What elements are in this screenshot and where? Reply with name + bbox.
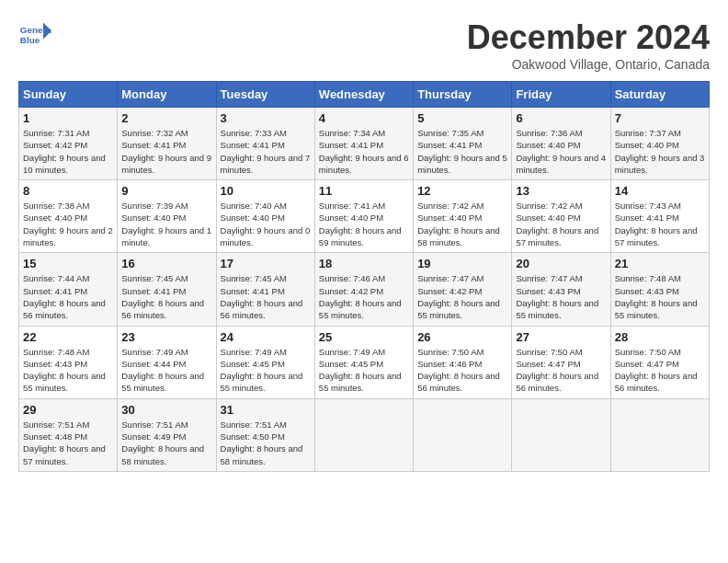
logo-icon: General Blue <box>18 18 51 52</box>
calendar-cell: 19Sunrise: 7:47 AM Sunset: 4:42 PM Dayli… <box>414 253 512 326</box>
day-number: 29 <box>23 403 113 417</box>
calendar-cell: 29Sunrise: 7:51 AM Sunset: 4:48 PM Dayli… <box>19 398 118 471</box>
day-number: 31 <box>221 403 311 417</box>
calendar-cell: 28Sunrise: 7:50 AM Sunset: 4:47 PM Dayli… <box>610 326 709 398</box>
day-detail: Sunrise: 7:42 AM Sunset: 4:40 PM Dayligh… <box>516 200 606 248</box>
calendar-cell <box>414 398 512 471</box>
calendar-cell: 17Sunrise: 7:45 AM Sunset: 4:41 PM Dayli… <box>216 253 314 326</box>
day-detail: Sunrise: 7:44 AM Sunset: 4:41 PM Dayligh… <box>23 272 113 321</box>
calendar-week-3: 15Sunrise: 7:44 AM Sunset: 4:41 PM Dayli… <box>19 253 710 326</box>
calendar-cell: 6Sunrise: 7:36 AM Sunset: 4:40 PM Daylig… <box>512 108 610 180</box>
calendar-cell: 18Sunrise: 7:46 AM Sunset: 4:42 PM Dayli… <box>314 253 413 326</box>
calendar-week-1: 1Sunrise: 7:31 AM Sunset: 4:42 PM Daylig… <box>19 108 710 180</box>
day-detail: Sunrise: 7:50 AM Sunset: 4:47 PM Dayligh… <box>615 346 705 395</box>
day-number: 7 <box>615 111 705 125</box>
calendar-cell: 4Sunrise: 7:34 AM Sunset: 4:41 PM Daylig… <box>314 108 413 180</box>
calendar-body: 1Sunrise: 7:31 AM Sunset: 4:42 PM Daylig… <box>19 108 710 472</box>
day-detail: Sunrise: 7:38 AM Sunset: 4:40 PM Dayligh… <box>23 200 113 248</box>
header-day-thursday: Thursday <box>414 82 512 108</box>
day-number: 28 <box>615 330 705 344</box>
day-number: 14 <box>615 184 705 198</box>
day-number: 27 <box>516 330 606 344</box>
day-detail: Sunrise: 7:33 AM Sunset: 4:41 PM Dayligh… <box>221 127 311 176</box>
day-detail: Sunrise: 7:49 AM Sunset: 4:45 PM Dayligh… <box>319 346 409 395</box>
day-number: 30 <box>121 403 211 417</box>
calendar-cell: 1Sunrise: 7:31 AM Sunset: 4:42 PM Daylig… <box>19 108 118 180</box>
calendar-cell: 11Sunrise: 7:41 AM Sunset: 4:40 PM Dayli… <box>314 180 413 253</box>
calendar-cell: 27Sunrise: 7:50 AM Sunset: 4:47 PM Dayli… <box>512 326 610 398</box>
calendar-cell <box>314 398 413 471</box>
calendar-cell: 25Sunrise: 7:49 AM Sunset: 4:45 PM Dayli… <box>314 326 413 398</box>
day-number: 10 <box>221 184 311 198</box>
day-detail: Sunrise: 7:36 AM Sunset: 4:40 PM Dayligh… <box>516 127 606 176</box>
calendar-cell: 7Sunrise: 7:37 AM Sunset: 4:40 PM Daylig… <box>610 108 709 180</box>
header-row: SundayMondayTuesdayWednesdayThursdayFrid… <box>19 82 710 108</box>
calendar-cell: 22Sunrise: 7:48 AM Sunset: 4:43 PM Dayli… <box>19 326 118 398</box>
day-detail: Sunrise: 7:45 AM Sunset: 4:41 PM Dayligh… <box>221 272 311 321</box>
header-day-wednesday: Wednesday <box>314 82 413 108</box>
day-number: 19 <box>417 257 507 270</box>
day-detail: Sunrise: 7:51 AM Sunset: 4:50 PM Dayligh… <box>221 419 311 467</box>
day-detail: Sunrise: 7:35 AM Sunset: 4:41 PM Dayligh… <box>417 127 507 176</box>
logo: General Blue <box>18 18 51 52</box>
calendar-week-5: 29Sunrise: 7:51 AM Sunset: 4:48 PM Dayli… <box>19 398 710 471</box>
day-detail: Sunrise: 7:40 AM Sunset: 4:40 PM Dayligh… <box>221 200 311 248</box>
svg-text:Blue: Blue <box>20 35 40 45</box>
calendar-cell: 30Sunrise: 7:51 AM Sunset: 4:49 PM Dayli… <box>118 398 216 471</box>
calendar-cell: 10Sunrise: 7:40 AM Sunset: 4:40 PM Dayli… <box>216 180 314 253</box>
calendar-header: SundayMondayTuesdayWednesdayThursdayFrid… <box>19 82 710 108</box>
day-detail: Sunrise: 7:39 AM Sunset: 4:40 PM Dayligh… <box>121 200 211 248</box>
day-detail: Sunrise: 7:46 AM Sunset: 4:42 PM Dayligh… <box>319 272 409 321</box>
calendar-cell: 8Sunrise: 7:38 AM Sunset: 4:40 PM Daylig… <box>19 180 118 253</box>
calendar-week-4: 22Sunrise: 7:48 AM Sunset: 4:43 PM Dayli… <box>19 326 710 398</box>
day-number: 8 <box>23 184 113 198</box>
day-detail: Sunrise: 7:42 AM Sunset: 4:40 PM Dayligh… <box>417 200 507 248</box>
calendar-cell: 23Sunrise: 7:49 AM Sunset: 4:44 PM Dayli… <box>118 326 216 398</box>
day-detail: Sunrise: 7:37 AM Sunset: 4:40 PM Dayligh… <box>615 127 705 176</box>
day-number: 25 <box>319 330 409 344</box>
header-day-saturday: Saturday <box>610 82 709 108</box>
calendar-cell: 9Sunrise: 7:39 AM Sunset: 4:40 PM Daylig… <box>118 180 216 253</box>
day-detail: Sunrise: 7:48 AM Sunset: 4:43 PM Dayligh… <box>23 346 113 395</box>
day-number: 12 <box>417 184 507 198</box>
day-number: 21 <box>615 257 705 270</box>
header-day-friday: Friday <box>512 82 610 108</box>
day-detail: Sunrise: 7:50 AM Sunset: 4:46 PM Dayligh… <box>417 346 507 395</box>
calendar-cell: 13Sunrise: 7:42 AM Sunset: 4:40 PM Dayli… <box>512 180 610 253</box>
day-number: 17 <box>221 257 311 270</box>
day-number: 13 <box>516 184 606 198</box>
calendar-cell <box>512 398 610 471</box>
calendar-cell: 15Sunrise: 7:44 AM Sunset: 4:41 PM Dayli… <box>19 253 118 326</box>
day-detail: Sunrise: 7:47 AM Sunset: 4:43 PM Dayligh… <box>516 272 606 321</box>
day-number: 1 <box>23 111 113 125</box>
day-detail: Sunrise: 7:51 AM Sunset: 4:49 PM Dayligh… <box>121 419 211 467</box>
calendar-cell: 12Sunrise: 7:42 AM Sunset: 4:40 PM Dayli… <box>414 180 512 253</box>
header-day-tuesday: Tuesday <box>216 82 314 108</box>
day-detail: Sunrise: 7:50 AM Sunset: 4:47 PM Dayligh… <box>516 346 606 395</box>
day-number: 18 <box>319 257 409 270</box>
month-title: December 2024 <box>467 18 710 57</box>
calendar-cell: 14Sunrise: 7:43 AM Sunset: 4:41 PM Dayli… <box>610 180 709 253</box>
title-area: December 2024 Oakwood Village, Ontario, … <box>467 18 710 72</box>
day-number: 3 <box>221 111 311 125</box>
day-number: 2 <box>121 111 211 125</box>
calendar-cell <box>610 398 709 471</box>
location-subtitle: Oakwood Village, Ontario, Canada <box>467 57 710 72</box>
day-number: 11 <box>319 184 409 198</box>
calendar-cell: 31Sunrise: 7:51 AM Sunset: 4:50 PM Dayli… <box>216 398 314 471</box>
day-number: 23 <box>121 330 211 344</box>
day-detail: Sunrise: 7:49 AM Sunset: 4:44 PM Dayligh… <box>121 346 211 395</box>
day-number: 16 <box>121 257 211 270</box>
day-number: 24 <box>221 330 311 344</box>
day-number: 6 <box>516 111 606 125</box>
day-detail: Sunrise: 7:32 AM Sunset: 4:41 PM Dayligh… <box>121 127 211 176</box>
day-number: 22 <box>23 330 113 344</box>
day-detail: Sunrise: 7:48 AM Sunset: 4:43 PM Dayligh… <box>615 272 705 321</box>
calendar-cell: 5Sunrise: 7:35 AM Sunset: 4:41 PM Daylig… <box>414 108 512 180</box>
calendar-cell: 2Sunrise: 7:32 AM Sunset: 4:41 PM Daylig… <box>118 108 216 180</box>
calendar-cell: 3Sunrise: 7:33 AM Sunset: 4:41 PM Daylig… <box>216 108 314 180</box>
day-number: 15 <box>23 257 113 270</box>
day-number: 20 <box>516 257 606 270</box>
calendar-table: SundayMondayTuesdayWednesdayThursdayFrid… <box>18 81 710 472</box>
header-day-sunday: Sunday <box>19 82 118 108</box>
